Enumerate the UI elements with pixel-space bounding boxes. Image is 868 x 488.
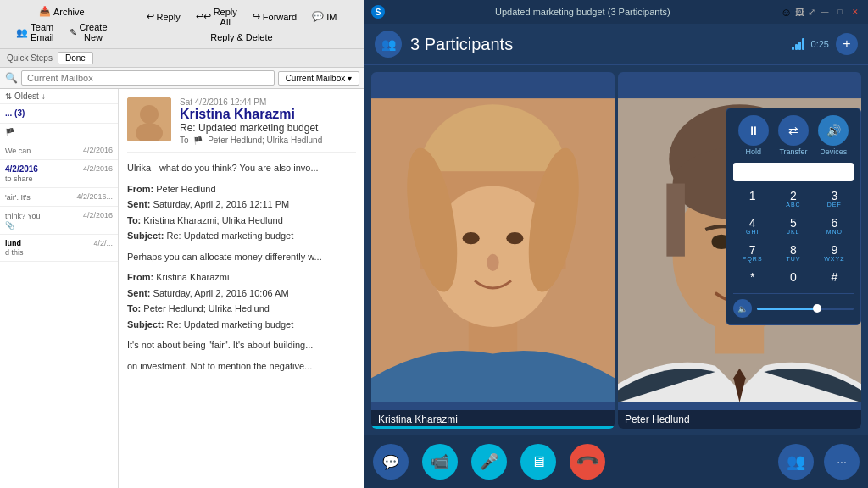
reply-all-button[interactable]: ↩↩ Reply All — [190, 4, 243, 30]
email-body: Ulrika - what do you think? You are also… — [127, 161, 356, 373]
transfer-button[interactable]: ⇄ Transfer — [778, 115, 809, 156]
call-controls: 💬 📹 🎤 🖥 📞 👥 ··· — [364, 435, 868, 488]
outlook-panel: 📥 Archive 👥 Team Email ✎ Create New ↩ Re… — [0, 0, 364, 488]
numpad-key-6[interactable]: 6 MNO — [815, 214, 854, 238]
devices-button[interactable]: 🔊 Devices — [818, 115, 849, 156]
im-button[interactable]: 💬 IM — [306, 4, 342, 30]
create-new-icon: ✎ — [70, 27, 77, 38]
quick-steps-bar: Quick Steps Done — [0, 49, 364, 68]
numpad-grid: 1 2 ABC 3 DEF 4 GHI 5 JKL — [733, 186, 854, 286]
reply-button[interactable]: ↩ Reply — [141, 4, 186, 30]
numpad-key-9[interactable]: 9 WXYZ — [815, 241, 854, 265]
reply-section: ↩ Reply ↩↩ Reply All ↪ Forward 💬 IM — [137, 4, 347, 45]
numpad-key-star[interactable]: * — [733, 268, 771, 286]
forward-icon: ↪ — [253, 11, 260, 22]
participants-button[interactable]: 👥 — [778, 444, 814, 480]
done-button[interactable]: Done — [58, 52, 93, 64]
numpad-search-field[interactable] — [733, 163, 854, 181]
numpad-key-3[interactable]: 3 DEF — [815, 186, 854, 211]
reply-icon: ↩ — [147, 11, 154, 22]
signal-bars — [792, 38, 804, 50]
skype-logo: S — [371, 5, 385, 19]
reply-delete-button[interactable]: Reply & Delete — [204, 30, 278, 45]
signal-strength: 0:25 + — [792, 33, 858, 55]
active-speaker-indicator — [371, 426, 615, 429]
numpad-key-1[interactable]: 1 — [733, 186, 771, 211]
search-bar: 🔍 Current Mailbox ▾ — [0, 68, 364, 89]
email-header: Sat 4/2/2016 12:44 PM Kristina Kharazmi … — [127, 97, 356, 152]
main-content: ⇅ Oldest ↓ ... (3) 🏴 4/2/2016 We can 4/2… — [0, 89, 364, 488]
screenshot-icon: 🖼 — [795, 7, 804, 17]
list-item[interactable]: 4/2/2016... 'air'. It's — [0, 188, 118, 207]
window-controls: ☺ 🖼 ⤢ — □ ✕ — [781, 6, 861, 19]
minimize-button[interactable]: — — [819, 6, 831, 18]
list-item[interactable]: 4/2/2016 We can — [0, 141, 118, 160]
svg-rect-18 — [666, 184, 685, 257]
email-sender: Kristina Kharazmi — [180, 107, 356, 122]
email-date: Sat 4/2/2016 12:44 PM — [180, 97, 356, 107]
im-icon: 💬 — [312, 11, 324, 22]
svg-point-9 — [506, 232, 523, 244]
participants-title: 3 Participants — [410, 35, 513, 54]
numpad-key-7[interactable]: 7 PQRS — [733, 241, 771, 265]
screen-share-button[interactable]: 🖥 — [520, 444, 556, 480]
svg-point-10 — [487, 254, 498, 271]
skype-titlebar: S Updated marketing budget (3 Participan… — [364, 0, 868, 24]
hold-button[interactable]: ⏸ Hold — [738, 115, 769, 156]
search-input[interactable] — [21, 70, 275, 86]
add-participant-button[interactable]: + — [836, 33, 858, 55]
svg-point-1 — [140, 105, 159, 124]
team-email-button[interactable]: 👥 Team Email — [10, 19, 60, 45]
call-timer: 0:25 — [811, 39, 829, 49]
skype-title: Updated marketing budget (3 Participants… — [390, 7, 776, 17]
mic-button[interactable]: 🎤 — [471, 444, 507, 480]
list-item[interactable]: 🏴 — [0, 124, 118, 141]
archive-button[interactable]: 📥 Archive — [33, 3, 91, 19]
email-detail: Sat 4/2/2016 12:44 PM Kristina Kharazmi … — [119, 89, 364, 488]
archive-icon: 📥 — [39, 6, 51, 17]
list-item[interactable]: lund 4/2/... d this — [0, 235, 118, 262]
search-icon: 🔍 — [5, 72, 18, 84]
more-options-button[interactable]: ··· — [824, 444, 860, 480]
end-call-button[interactable]: 📞 — [562, 436, 612, 486]
avatar — [127, 97, 171, 141]
numpad-key-0[interactable]: 0 — [774, 268, 812, 286]
list-item[interactable]: 4/2/2016 4/2/2016 to share — [0, 160, 118, 188]
video-button[interactable]: 📹 — [422, 444, 458, 480]
archive-section: 📥 Archive 👥 Team Email ✎ Create New — [7, 3, 117, 45]
numpad-overlay: ⏸ Hold ⇄ Transfer 🔊 Devices 1 — [726, 108, 861, 325]
volume-icon[interactable]: 🔈 — [733, 299, 752, 318]
email-subject: Re: Updated marketing budget — [180, 122, 356, 134]
sort-bar: ⇅ Oldest ↓ — [0, 89, 118, 104]
video-tile-kristina: Kristina Kharazmi — [371, 72, 615, 429]
video-area: Kristina Kharazmi — [364, 65, 868, 435]
emoji-button[interactable]: ☺ — [781, 6, 792, 19]
numpad-key-4[interactable]: 4 GHI — [733, 214, 771, 238]
numpad-key-5[interactable]: 5 JKL — [774, 214, 812, 238]
numpad-controls: ⏸ Hold ⇄ Transfer 🔊 Devices — [733, 115, 854, 156]
expand-icon[interactable]: ⤢ — [808, 7, 815, 18]
volume-control: 🔈 — [733, 293, 854, 318]
restore-button[interactable]: □ — [834, 6, 846, 18]
volume-slider[interactable] — [757, 308, 854, 310]
current-mailbox-button[interactable]: Current Mailbox ▾ — [278, 71, 359, 86]
numpad-key-8[interactable]: 8 TUV — [774, 241, 812, 265]
create-new-button[interactable]: ✎ Create New — [64, 19, 114, 45]
participants-header: 👥 3 Participants 0:25 + — [364, 24, 868, 65]
email-to: To 🏴 Peter Hedlund; Ulrika Hedlund — [180, 136, 356, 145]
numpad-key-hash[interactable]: # — [815, 268, 854, 286]
list-item[interactable]: ... (3) — [0, 104, 118, 124]
close-button[interactable]: ✕ — [849, 6, 861, 18]
chat-button[interactable]: 💬 — [373, 444, 409, 480]
team-email-icon: 👥 — [16, 27, 28, 38]
forward-button[interactable]: ↪ Forward — [247, 4, 303, 30]
list-item[interactable]: 4/2/2016 think? You 📎 — [0, 207, 118, 235]
skype-panel: S Updated marketing budget (3 Participan… — [364, 0, 868, 488]
reply-all-icon: ↩↩ — [196, 11, 211, 22]
toolbar: 📥 Archive 👥 Team Email ✎ Create New ↩ Re… — [0, 0, 364, 49]
numpad-key-2[interactable]: 2 ABC — [774, 186, 812, 211]
email-list: ⇅ Oldest ↓ ... (3) 🏴 4/2/2016 We can 4/2… — [0, 89, 119, 488]
participants-icon: 👥 — [375, 30, 402, 58]
svg-point-8 — [463, 232, 480, 244]
video-name-peter: Peter Hedlund — [618, 410, 861, 429]
